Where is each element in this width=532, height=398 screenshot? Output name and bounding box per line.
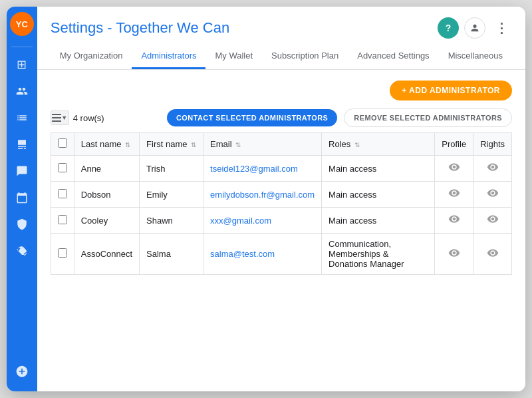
tab-my-wallet[interactable]: My Wallet — [205, 44, 262, 69]
avatar[interactable]: YC — [10, 12, 34, 36]
profile-eye-icon-2[interactable] — [448, 216, 460, 227]
cell-first-name-3: Salma — [140, 234, 203, 275]
row-count-label: 4 row(s) — [73, 113, 104, 123]
svg-rect-0 — [52, 114, 61, 115]
cell-first-name-2: Shawn — [140, 208, 203, 234]
profile-eye-icon-1[interactable] — [448, 190, 460, 201]
shield-icon[interactable] — [10, 212, 34, 236]
cell-email-0[interactable]: tseidel123@gmail.com — [203, 156, 322, 182]
tab-administrators[interactable]: Administrators — [132, 44, 205, 69]
add-administrator-button[interactable]: + ADD ADMINISTRATOR — [390, 81, 512, 100]
row-checkbox-3[interactable] — [58, 248, 67, 258]
nav-tabs: My Organization Administrators My Wallet… — [37, 44, 525, 70]
cell-email-2[interactable]: xxx@gmail.com — [203, 208, 322, 234]
calendar-icon[interactable] — [10, 186, 34, 210]
cell-roles-0: Main access — [322, 156, 435, 182]
administrators-table: Last name ⇅ First name ⇅ Email ⇅ Roles ⇅… — [51, 132, 512, 275]
row-checkbox-cell-3 — [51, 234, 74, 275]
remove-selected-button[interactable]: REMOVE SELECTED ADMINISTRATORS — [344, 108, 512, 127]
cell-first-name-1: Emily — [140, 182, 203, 208]
people-icon[interactable] — [10, 79, 34, 103]
sidebar-bottom — [10, 359, 34, 383]
row-checkbox-cell-0 — [51, 156, 74, 182]
cell-roles-3: Communication, Memberships & Donations M… — [322, 234, 435, 275]
contact-selected-button[interactable]: CONTACT SELECTED ADMINISTRATORS — [167, 109, 337, 126]
page-title: Settings - Together We Can — [51, 19, 430, 37]
table-header-row: Last name ⇅ First name ⇅ Email ⇅ Roles ⇅… — [51, 133, 511, 156]
rights-eye-icon-0[interactable] — [487, 164, 499, 175]
rights-eye-icon-1[interactable] — [487, 190, 499, 201]
chat-icon[interactable] — [10, 159, 34, 183]
main-content: Settings - Together We Can ? ⋮ My Organi… — [37, 7, 525, 391]
cell-profile-0[interactable] — [435, 156, 473, 182]
add-circle-icon[interactable] — [10, 359, 34, 383]
svg-rect-2 — [52, 120, 61, 122]
cell-rights-0[interactable] — [473, 156, 512, 182]
row-checkbox-cell-2 — [51, 208, 74, 234]
cell-rights-1[interactable] — [473, 182, 512, 208]
sidebar-divider — [11, 47, 33, 47]
th-email[interactable]: Email ⇅ — [203, 133, 322, 156]
profile-eye-icon-3[interactable] — [448, 250, 460, 261]
rights-eye-icon-2[interactable] — [487, 216, 499, 227]
row-checkbox-2[interactable] — [58, 215, 67, 224]
row-count-area: ▼ 4 row(s) — [51, 110, 104, 125]
tab-miscellaneous[interactable]: Miscellaneous — [439, 44, 512, 69]
row-checkbox-cell-1 — [51, 182, 74, 208]
account-button[interactable] — [464, 17, 485, 39]
tab-advanced-settings[interactable]: Advanced Settings — [348, 44, 438, 69]
cell-last-name-0: Anne — [74, 156, 139, 182]
rights-eye-icon-3[interactable] — [487, 250, 499, 261]
header: Settings - Together We Can ? ⋮ — [37, 7, 525, 44]
cell-last-name-2: Cooley — [74, 208, 139, 234]
cell-email-3[interactable]: salma@test.com — [203, 234, 322, 275]
help-button[interactable]: ? — [438, 17, 459, 39]
table-row: AssoConnect Salma salma@test.com Communi… — [51, 234, 511, 275]
row-checkbox-0[interactable] — [58, 163, 67, 172]
more-button[interactable]: ⋮ — [491, 17, 512, 39]
toolbar-row: + ADD ADMINISTRATOR — [51, 81, 512, 100]
row-checkbox-1[interactable] — [58, 189, 67, 198]
th-rights: Rights — [473, 133, 512, 156]
content-area: + ADD ADMINISTRATOR ▼ 4 row(s) CONTACT S… — [37, 70, 525, 391]
select-all-checkbox[interactable] — [58, 138, 67, 148]
rocket-icon[interactable] — [10, 239, 34, 263]
cell-last-name-1: Dobson — [74, 182, 139, 208]
cell-last-name-3: AssoConnect — [74, 234, 139, 275]
th-roles[interactable]: Roles ⇅ — [322, 133, 435, 156]
dashboard-icon[interactable]: ⊞ — [10, 53, 34, 77]
monitor-icon[interactable] — [10, 132, 34, 156]
table-row: Anne Trish tseidel123@gmail.com Main acc… — [51, 156, 511, 182]
actions-row: ▼ 4 row(s) CONTACT SELECTED ADMINISTRATO… — [51, 108, 512, 127]
cell-profile-1[interactable] — [435, 182, 473, 208]
cell-email-1[interactable]: emilydobson.fr@gmail.com — [203, 182, 322, 208]
th-profile: Profile — [435, 133, 473, 156]
cell-rights-3[interactable] — [473, 234, 512, 275]
th-last-name[interactable]: Last name ⇅ — [74, 133, 139, 156]
th-select-all — [51, 133, 74, 156]
cell-roles-2: Main access — [322, 208, 435, 234]
svg-rect-1 — [52, 117, 61, 118]
tab-subscription-plan[interactable]: Subscription Plan — [262, 44, 348, 69]
cell-profile-3[interactable] — [435, 234, 473, 275]
sidebar: YC ⊞ — [7, 7, 37, 391]
profile-eye-icon-0[interactable] — [448, 164, 460, 175]
header-icons: ? ⋮ — [438, 17, 512, 39]
cell-roles-1: Main access — [322, 182, 435, 208]
cell-profile-2[interactable] — [435, 208, 473, 234]
th-first-name[interactable]: First name ⇅ — [140, 133, 203, 156]
table-row: Dobson Emily emilydobson.fr@gmail.com Ma… — [51, 182, 511, 208]
rows-display-button[interactable]: ▼ — [51, 110, 69, 125]
chart-icon[interactable] — [10, 106, 34, 130]
cell-rights-2[interactable] — [473, 208, 512, 234]
tab-my-organization[interactable]: My Organization — [51, 44, 132, 69]
table-row: Cooley Shawn xxx@gmail.com Main access — [51, 208, 511, 234]
cell-first-name-0: Trish — [140, 156, 203, 182]
